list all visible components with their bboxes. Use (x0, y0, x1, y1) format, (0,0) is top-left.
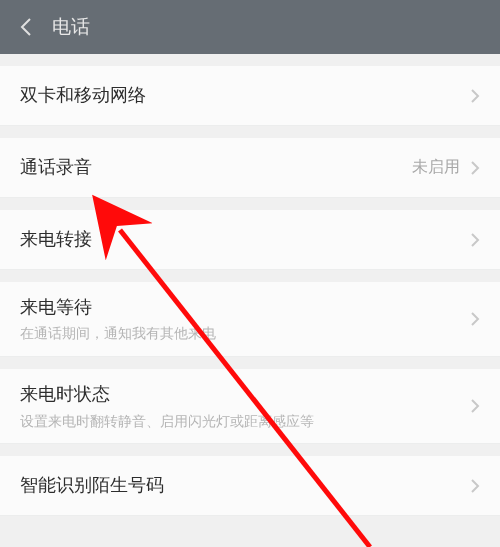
section-gap (0, 444, 500, 456)
row-title: 来电等待 (20, 296, 216, 319)
row-subtitle: 设置来电时翻转静音、启用闪光灯或距离感应等 (20, 413, 314, 430)
row-smart-id[interactable]: 智能识别陌生号码 (0, 456, 500, 516)
back-icon[interactable] (12, 13, 40, 41)
section-gap (0, 126, 500, 138)
row-call-forwarding[interactable]: 来电转接 (0, 210, 500, 270)
section-gap (0, 270, 500, 282)
row-sim-network[interactable]: 双卡和移动网络 (0, 66, 500, 126)
chevron-right-icon (470, 160, 480, 176)
row-value: 未启用 (412, 157, 460, 178)
section-gap (0, 357, 500, 369)
row-title: 来电转接 (20, 228, 92, 251)
chevron-right-icon (470, 398, 480, 414)
row-title: 双卡和移动网络 (20, 84, 146, 107)
row-title: 智能识别陌生号码 (20, 474, 164, 497)
row-title: 来电时状态 (20, 383, 314, 406)
section-gap (0, 198, 500, 210)
row-call-waiting[interactable]: 来电等待 在通话期间，通知我有其他来电 (0, 282, 500, 357)
chevron-right-icon (470, 88, 480, 104)
chevron-right-icon (470, 232, 480, 248)
row-incoming-state[interactable]: 来电时状态 设置来电时翻转静音、启用闪光灯或距离感应等 (0, 369, 500, 444)
header-bar: 电话 (0, 0, 500, 54)
row-call-recording[interactable]: 通话录音 未启用 (0, 138, 500, 198)
row-title: 通话录音 (20, 156, 92, 179)
row-subtitle: 在通话期间，通知我有其他来电 (20, 325, 216, 342)
chevron-right-icon (470, 478, 480, 494)
chevron-right-icon (470, 311, 480, 327)
section-gap (0, 54, 500, 66)
page-title: 电话 (52, 14, 90, 40)
